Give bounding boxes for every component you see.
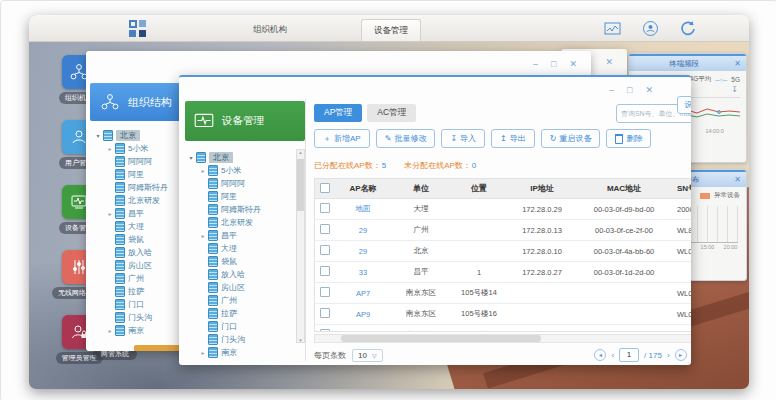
tree-item[interactable]: 袋鼠 [185,255,301,268]
closed-icon[interactable] [199,232,207,239]
ap-name-link[interactable]: 29 [335,226,391,235]
device-window-main: AP管理 AC管理 查询SN号、单位、mac、ip 新增AP 批量修改 [306,99,691,361]
tree-item[interactable]: 北京 [185,151,301,164]
maximize-button[interactable]: □ [627,81,632,99]
closed-icon[interactable] [199,349,207,356]
toolbar-button[interactable]: 导出 [491,129,535,148]
device-org-tree: 北京 5小米 阿阿阿 阿里 [179,143,305,359]
closed-icon[interactable] [106,145,114,152]
tree-item[interactable]: 5小米 [185,164,301,177]
configure-fields-button[interactable]: 设置可显示字段 [677,96,691,114]
org-node-icon [115,234,125,245]
tree-item[interactable]: 拉萨 [185,307,301,320]
ap-name-link[interactable]: AP7 [335,289,391,298]
tree-scrollbar[interactable] [296,149,305,343]
first-page-button[interactable]: ◂ [594,349,606,361]
ap-name-link[interactable]: AP9 [335,310,391,319]
tab-ap-management[interactable]: AP管理 [314,104,362,122]
notification-icon[interactable] [642,20,659,37]
tree-item-label: 阿阿阿 [128,156,152,167]
prev-page-button[interactable]: ‹ [611,351,614,360]
row-checkbox[interactable] [320,245,330,255]
maximize-button[interactable]: □ [551,55,556,73]
toolbar-button[interactable]: 删除 [606,129,651,148]
per-page-select[interactable]: 10▽ [352,349,383,362]
tree-item[interactable]: 北京研发 [185,216,301,229]
ap-name-link[interactable]: 29 [335,247,391,256]
org-node-icon [115,260,125,271]
banner-label: 组织结构 [128,95,172,110]
column-header[interactable]: IP地址 [507,183,577,194]
column-header[interactable]: 位置 [451,183,507,194]
tree-item[interactable]: 大理 [185,242,301,255]
table-row[interactable]: 29 广州 172.28.0.13 00-03-0f-ce-2f-00 WL82… [315,220,691,241]
table-row[interactable]: AP9 南京东区 105号楼16 WL014210F328000 [315,304,691,325]
close-button[interactable]: ✕ [569,55,577,73]
table-row[interactable]: 地面 大理 172.28.0.29 00-03-0f-d9-bd-00 2000… [315,199,691,220]
toolbar-button[interactable]: 重启设备 [541,129,601,148]
next-page-button[interactable]: › [667,351,670,360]
org-node-icon [196,152,206,163]
tree-item[interactable]: 门口 [185,320,301,333]
close-icon[interactable]: ✕ [734,175,741,184]
row-checkbox[interactable] [320,329,330,332]
toolbar-button[interactable]: 导入 [441,129,485,148]
close-icon[interactable]: ✕ [734,59,741,68]
tree-item[interactable]: 房山区 [185,281,301,294]
tree-item[interactable]: 广州 [185,294,301,307]
tree-item[interactable]: 阿里 [185,190,301,203]
column-header[interactable]: SN号 [671,183,691,194]
table-row[interactable]: 33 昌平 1 172.28.0.27 00-03-0f-1d-2d-00 [315,262,691,283]
table-row[interactable]: AP11 南京东区 105号楼18 WL014210F328000 [315,325,691,332]
page-input[interactable]: 1 [619,348,639,362]
row-checkbox[interactable] [320,308,330,318]
last-page-button[interactable]: ▸ [675,349,687,361]
row-checkbox[interactable] [320,224,330,234]
close-icon[interactable]: ✕ [605,57,613,67]
column-header[interactable]: MAC地址 [577,183,671,194]
tree-item[interactable]: 南京 [185,346,301,359]
column-header[interactable]: AP名称 [335,183,391,194]
refresh-icon[interactable] [680,20,697,37]
tab-organization[interactable]: 组织机构 [241,19,299,40]
ap-name-link[interactable]: 33 [335,268,391,277]
minimize-button[interactable]: – [609,81,614,99]
window-controls: – □ ✕ [179,77,691,99]
closed-icon[interactable] [106,327,114,334]
tree-item[interactable]: 阿姆斯特丹 [185,203,301,216]
tree-item[interactable]: 门头沟 [185,333,301,346]
sn-cell: WL014210F328000 [671,331,691,333]
open-icon[interactable] [187,154,195,161]
closed-icon[interactable] [106,210,114,217]
org-node-icon [115,169,125,180]
toolbar-button[interactable]: 批量修改 [376,129,436,148]
table-horizontal-scrollbar[interactable] [314,334,691,343]
org-node-icon [208,178,218,189]
closed-icon[interactable] [199,167,207,174]
toolbar-button-label: 导入 [460,133,476,144]
tree-item[interactable]: 阿阿阿 [185,177,301,190]
minimize-button[interactable]: – [533,55,538,73]
close-button[interactable]: ✕ [645,81,653,99]
ap-name-link[interactable]: AP11 [335,331,391,333]
table-row[interactable]: 29 北京 172.28.0.10 00-03-0f-4a-bb-60 WL01… [315,241,691,262]
tab-device-management[interactable]: 设备管理 [361,19,421,41]
device-management-banner[interactable]: 设备管理 [185,101,305,141]
mac-cell: 00-03-0f-d9-bd-00 [577,205,671,214]
row-checkbox[interactable] [320,203,330,213]
pagination: 每页条数 10▽ ◂ ‹ 1 / 175 › ▸ 1741条记录 ↻ [314,348,691,362]
row-checkbox[interactable] [320,287,330,297]
org-node-icon [115,312,125,323]
tree-item[interactable]: 放入哈 [185,268,301,281]
tree-item-label: 昌平 [128,208,144,219]
chart-icon[interactable] [604,20,621,37]
toolbar-button[interactable]: 新增AP [314,129,370,148]
tab-ac-management[interactable]: AC管理 [367,104,416,122]
tree-item[interactable]: 昌平 [185,229,301,242]
select-all-checkbox[interactable] [320,183,330,193]
open-icon[interactable] [94,132,102,139]
column-header[interactable]: 单位 [391,183,451,194]
table-row[interactable]: AP7 南京东区 105号楼14 WL014210F328000 [315,283,691,304]
row-checkbox[interactable] [320,266,330,276]
ap-name-link[interactable]: 地面 [335,204,391,214]
